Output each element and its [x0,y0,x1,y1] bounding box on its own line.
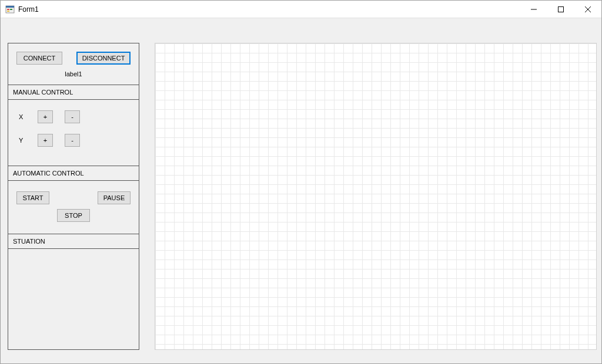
x-axis-label: X [19,113,26,120]
situation-body [8,249,139,258]
x-plus-button[interactable]: + [38,110,53,123]
manual-control-header: MANUAL CONTROL [8,85,139,100]
maximize-icon [558,6,564,12]
minimize-button[interactable] [520,1,547,18]
y-axis-label: Y [19,137,26,144]
situation-body-section [8,249,139,349]
close-button[interactable] [574,1,601,18]
y-minus-button[interactable]: - [65,134,80,147]
connect-button[interactable]: CONNECT [16,52,62,65]
svg-rect-4 [10,9,12,10]
situation-header-section: STUATION [8,234,139,249]
situation-header: STUATION [8,234,139,248]
svg-rect-2 [7,9,9,10]
connection-section: CONNECT DISCONNECT label1 [8,43,139,85]
manual-control-section: MANUAL CONTROL X + - Y + - [8,85,139,166]
window-controls [520,1,601,18]
titlebar: Form1 [1,1,601,18]
close-icon [585,6,591,12]
stop-button[interactable]: STOP [57,209,90,222]
pause-button[interactable]: PAUSE [98,191,131,204]
x-axis-row: X + - [19,110,133,123]
y-plus-button[interactable]: + [38,134,53,147]
window-title: Form1 [18,5,39,14]
chart-area[interactable] [155,43,597,350]
app-window: Form1 CONNECT DISCONNECT label [0,0,602,364]
app-icon [5,5,15,14]
disconnect-button[interactable]: DISCONNECT [76,52,131,65]
start-button[interactable]: START [16,191,49,204]
inner-frame: CONNECT DISCONNECT label1 MANUAL CONTROL… [3,21,599,361]
automatic-control-header: AUTOMATIC CONTROL [8,166,139,181]
client-area: CONNECT DISCONNECT label1 MANUAL CONTROL… [1,18,601,363]
svg-rect-6 [558,6,564,12]
maximize-button[interactable] [547,1,574,18]
automatic-control-section: AUTOMATIC CONTROL START PAUSE STOP [8,166,139,234]
left-panel: CONNECT DISCONNECT label1 MANUAL CONTROL… [8,43,139,350]
y-axis-row: Y + - [19,134,133,147]
minimize-icon [531,6,537,12]
titlebar-left: Form1 [5,5,39,14]
svg-rect-1 [6,6,14,8]
connection-status-label: label1 [8,68,139,85]
svg-rect-3 [7,11,9,12]
x-minus-button[interactable]: - [65,110,80,123]
